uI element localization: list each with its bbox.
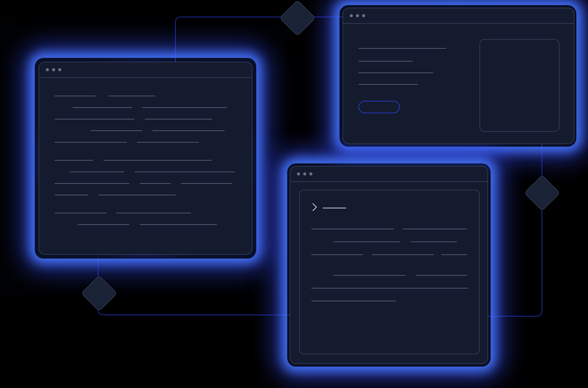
image-placeholder xyxy=(480,39,559,132)
terminal-titlebar xyxy=(290,166,488,182)
code-line xyxy=(142,107,227,108)
code-line xyxy=(116,213,191,213)
code-line xyxy=(91,130,142,131)
code-line xyxy=(55,160,93,161)
text-line xyxy=(359,73,433,73)
traffic-light-icon xyxy=(297,172,300,175)
traffic-light-icon xyxy=(362,14,365,17)
output-line xyxy=(416,275,467,276)
code-line xyxy=(55,119,134,119)
webpage-titlebar xyxy=(343,8,574,24)
traffic-light-icon xyxy=(58,68,61,71)
code-line xyxy=(73,107,132,108)
webpage-body xyxy=(343,24,574,144)
output-line xyxy=(333,242,400,242)
text-line xyxy=(359,84,418,85)
code-line xyxy=(137,142,199,143)
traffic-light-icon xyxy=(356,14,359,17)
code-line xyxy=(181,183,232,184)
output-line xyxy=(411,242,457,242)
code-line xyxy=(98,195,176,195)
output-line xyxy=(372,254,434,255)
prompt-input-line[interactable] xyxy=(323,208,346,208)
traffic-light-icon xyxy=(350,14,353,17)
code-line xyxy=(104,160,212,161)
output-line xyxy=(311,229,394,229)
output-line xyxy=(311,288,468,288)
traffic-light-icon xyxy=(52,68,55,71)
heading-line xyxy=(359,48,446,49)
editor-window xyxy=(39,62,252,255)
output-line xyxy=(311,254,363,255)
traffic-light-icon xyxy=(303,172,306,175)
code-line xyxy=(109,96,155,96)
output-line xyxy=(311,301,396,301)
code-line xyxy=(140,183,171,184)
traffic-light-icon xyxy=(309,172,312,175)
code-line xyxy=(70,172,124,172)
output-line xyxy=(333,275,405,276)
diagram-stage xyxy=(0,0,588,388)
code-line xyxy=(55,183,129,184)
editor-body xyxy=(39,78,252,254)
code-line xyxy=(78,224,129,225)
terminal-body xyxy=(290,182,488,364)
output-line xyxy=(441,254,467,255)
code-line xyxy=(55,96,96,96)
text-line xyxy=(359,61,413,61)
terminal-output-box xyxy=(299,190,480,354)
code-line xyxy=(55,213,106,213)
terminal-window xyxy=(290,166,488,364)
cta-button[interactable] xyxy=(359,101,400,113)
output-line xyxy=(403,229,467,229)
code-line xyxy=(55,142,127,143)
code-line xyxy=(134,172,235,172)
code-line xyxy=(55,195,88,195)
editor-titlebar xyxy=(39,62,252,78)
code-line xyxy=(152,130,225,131)
prompt-caret-icon xyxy=(309,203,317,211)
traffic-light-icon xyxy=(46,68,49,71)
code-line xyxy=(140,224,217,225)
code-line xyxy=(145,119,212,119)
webpage-window xyxy=(343,8,574,144)
